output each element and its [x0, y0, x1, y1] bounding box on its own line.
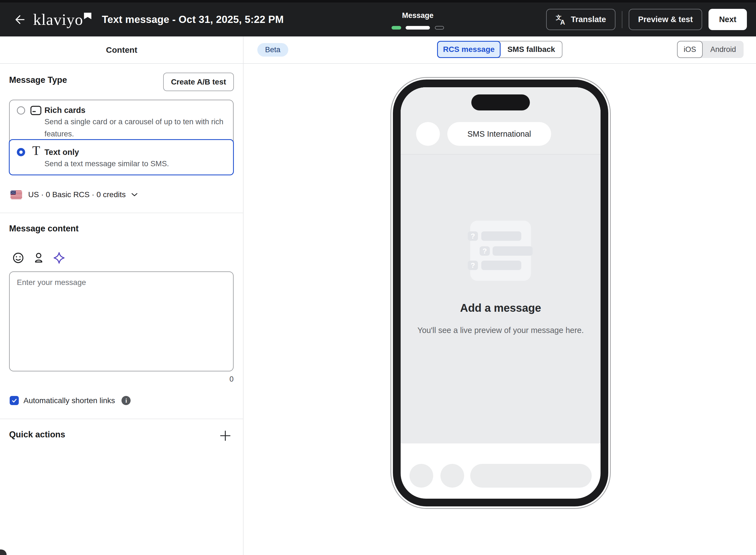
message-type-heading: Message Type	[9, 75, 67, 85]
progress-step-label: Message	[386, 11, 449, 20]
device-toggle-ios[interactable]: iOS	[677, 41, 703, 58]
progress-stepper: Message	[386, 11, 449, 30]
klaviyo-wordmark: klaviyo	[33, 12, 83, 28]
placeholder-bar	[481, 261, 521, 270]
empty-state-illustration: ? ? ?	[470, 221, 531, 281]
create-ab-test-button[interactable]: Create A/B test	[163, 73, 234, 91]
question-mark-icon: ?	[468, 261, 478, 270]
phone-mockup: SMS International ? ? ? Add a message Yo…	[390, 77, 611, 509]
chevron-down-icon	[131, 193, 138, 197]
top-bar-actions: 文A Translate Preview & test Next	[546, 2, 747, 36]
tab-rcs-message[interactable]: RCS message	[437, 41, 501, 58]
option-rich-cards[interactable]: Rich cards Send a single card or a carou…	[10, 100, 233, 139]
back-button[interactable]	[12, 12, 27, 27]
toolbar-divider	[622, 11, 622, 28]
arrow-left-icon	[13, 13, 26, 26]
plus-icon	[220, 430, 231, 441]
sender-name: SMS International	[468, 129, 531, 139]
next-label: Next	[719, 15, 737, 24]
phone-frame: SMS International ? ? ? Add a message Yo…	[393, 80, 608, 506]
message-input[interactable]	[9, 271, 234, 371]
progress-pills	[386, 26, 449, 30]
locale-label: US · 0 Basic RCS · 0 credits	[28, 190, 126, 199]
compose-action-placeholder	[409, 464, 433, 487]
text-only-description: Send a text message similar to SMS.	[44, 158, 232, 170]
preview-tabs: RCS message SMS fallback	[437, 41, 563, 58]
message-type-options: Rich cards Send a single card or a carou…	[9, 100, 234, 174]
add-quick-action-button[interactable]	[219, 430, 231, 442]
translate-button[interactable]: 文A Translate	[546, 9, 616, 30]
header-divider	[0, 63, 756, 64]
top-bar: klaviyo Text message - Oct 31, 2025, 5:2…	[0, 0, 756, 36]
text-only-title: Text only	[44, 148, 79, 157]
preview-test-button[interactable]: Preview & test	[629, 9, 702, 30]
shorten-links-checkbox[interactable]	[10, 396, 19, 405]
message-content-heading: Message content	[9, 224, 79, 233]
empty-state-subtitle: You'll see a live preview of your messag…	[415, 324, 586, 337]
empty-state-title: Add a message	[401, 302, 601, 314]
rich-cards-title: Rich cards	[44, 106, 85, 115]
rcs-message-editor: klaviyo Text message - Oct 31, 2025, 5:2…	[0, 0, 756, 555]
device-toggle: iOS Android	[677, 41, 744, 58]
compose-action-placeholder	[440, 464, 464, 487]
rich-cards-radio[interactable]	[17, 106, 25, 115]
composer-toolbar	[12, 252, 65, 264]
device-toggle-android[interactable]: Android	[703, 41, 744, 58]
emoji-button[interactable]	[12, 252, 25, 264]
character-count: 0	[9, 375, 234, 384]
corner-artifact	[0, 550, 7, 555]
tab-sms-fallback[interactable]: SMS fallback	[498, 41, 563, 58]
beta-badge: Beta	[257, 43, 288, 56]
translate-label: Translate	[571, 15, 606, 24]
panel-divider	[243, 36, 243, 555]
ai-assist-button[interactable]	[53, 252, 65, 264]
klaviyo-flag-icon	[84, 13, 91, 19]
question-mark-icon: ?	[468, 231, 478, 241]
page-title: Text message - Oct 31, 2025, 5:22 PM	[102, 14, 283, 26]
smiley-icon	[12, 252, 24, 264]
sender-avatar	[416, 122, 440, 146]
shorten-links-row: Automatically shorten links i	[10, 396, 131, 405]
next-button[interactable]: Next	[709, 9, 747, 30]
locale-selector[interactable]: US · 0 Basic RCS · 0 credits	[10, 190, 138, 199]
chat-background: SMS International ? ? ? Add a message Yo…	[401, 87, 601, 443]
dynamic-island	[471, 94, 530, 111]
shorten-links-label[interactable]: Automatically shorten links	[24, 396, 115, 405]
placeholder-bar	[481, 231, 521, 241]
personalization-button[interactable]	[32, 252, 45, 264]
question-mark-icon: ?	[480, 246, 490, 256]
person-icon	[33, 252, 45, 264]
info-icon[interactable]: i	[122, 396, 131, 405]
us-flag-icon	[10, 190, 22, 199]
progress-pill-complete[interactable]	[392, 26, 401, 30]
progress-pill-upcoming[interactable]	[435, 26, 444, 30]
svg-text:A: A	[560, 18, 565, 25]
translate-icon: 文A	[555, 14, 567, 25]
option-text-only[interactable]: T Text only Send a text message similar …	[9, 139, 234, 175]
rich-cards-description: Send a single card or a carousel of up t…	[44, 116, 232, 140]
left-panel-title: Content	[0, 36, 243, 63]
sender-name-pill: SMS International	[447, 122, 551, 146]
progress-pill-current[interactable]	[406, 26, 430, 30]
rich-card-icon	[30, 105, 42, 116]
content-header-row: Content Beta RCS message SMS fallback iO…	[0, 36, 756, 63]
placeholder-bar	[493, 246, 533, 256]
phone-screen: SMS International ? ? ? Add a message Yo…	[401, 87, 601, 499]
section-divider	[0, 213, 243, 213]
preview-test-label: Preview & test	[638, 15, 693, 24]
text-only-radio[interactable]	[17, 148, 25, 156]
text-icon: T	[32, 144, 40, 157]
compose-input-placeholder	[470, 464, 592, 487]
klaviyo-logo: klaviyo	[33, 12, 91, 28]
quick-actions-heading: Quick actions	[9, 430, 65, 439]
section-divider	[0, 419, 243, 419]
sparkle-icon	[52, 251, 66, 264]
